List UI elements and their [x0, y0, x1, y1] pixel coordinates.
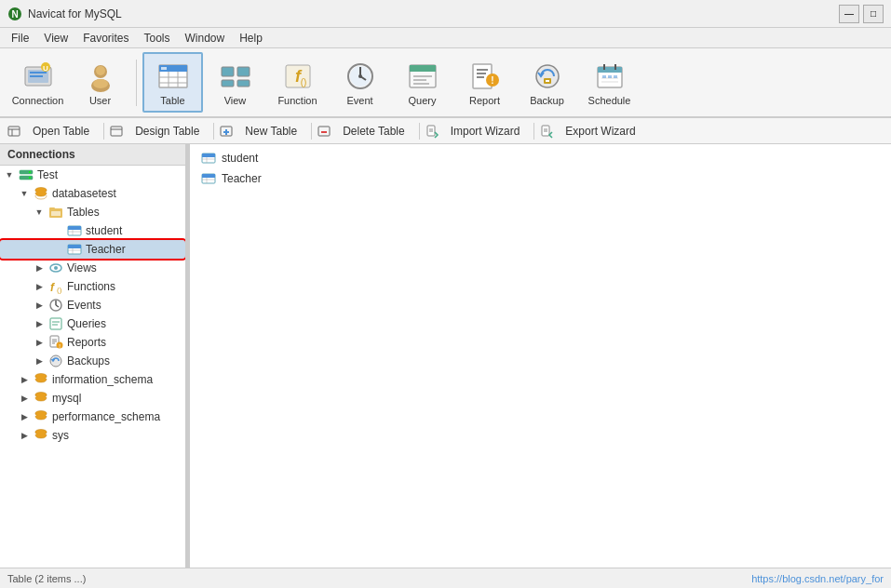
tree-item-mysql[interactable]: ▶ mysql [0, 389, 185, 408]
svg-rect-18 [161, 67, 167, 70]
schedule-label: Schedule [588, 95, 631, 106]
tree-item-test[interactable]: ▼ Test [0, 166, 185, 184]
tree-item-events[interactable]: ▶ Events [0, 296, 185, 314]
expand-perf-schema: ▶ [19, 411, 30, 422]
svg-text:(): () [300, 77, 306, 87]
mysql-label: mysql [52, 392, 81, 405]
toolbar-user[interactable]: User [70, 52, 130, 113]
tree-item-reports[interactable]: ▶ ! Reports [0, 333, 185, 352]
toolbar-backup[interactable]: Backup [517, 52, 577, 113]
tree-item-performance-schema[interactable]: ▶ performance_schema [0, 408, 185, 426]
tree-item-functions[interactable]: ▶ f () Functions [0, 277, 185, 296]
table-label: Table [160, 95, 184, 106]
toolbar-query[interactable]: Query [392, 52, 452, 113]
information-schema-label: information_schema [52, 373, 153, 386]
svg-text:!: ! [491, 75, 493, 86]
svg-rect-53 [614, 75, 617, 78]
sep-action-5 [533, 123, 534, 140]
export-wizard-button[interactable]: Export Wizard [557, 122, 643, 140]
new-table-icon [220, 125, 233, 138]
menu-item-window[interactable]: Window [178, 30, 233, 47]
tree-item-information-schema[interactable]: ▶ information_schema [0, 370, 185, 389]
sidebar-header: Connections [0, 144, 185, 166]
tree-item-queries[interactable]: ▶ Queries [0, 314, 185, 333]
menu-item-tools[interactable]: Tools [137, 30, 178, 47]
maximize-button[interactable]: □ [863, 5, 884, 23]
svg-point-10 [96, 66, 105, 75]
minimize-button[interactable]: — [839, 5, 859, 23]
import-wizard-button[interactable]: Import Wizard [442, 122, 529, 140]
window-controls: — □ [839, 5, 884, 23]
table-teacher-icon [67, 242, 82, 257]
svg-rect-76 [49, 207, 55, 210]
svg-point-11 [93, 79, 108, 88]
expand-backups: ▶ [34, 355, 45, 367]
teacher-label: Teacher [86, 243, 126, 256]
tree-item-student[interactable]: ▶ student [0, 221, 185, 240]
svg-rect-93 [50, 318, 61, 329]
export-wizard-icon [540, 125, 553, 138]
table-icon [156, 60, 190, 93]
design-table-button[interactable]: Design Table [127, 122, 208, 140]
student-label: student [86, 224, 122, 237]
events-label: Events [67, 299, 101, 312]
tree-item-databasetest[interactable]: ▼ databasetest [0, 184, 185, 203]
toolbar-schedule[interactable]: Schedule [579, 52, 640, 113]
svg-point-102 [50, 355, 61, 367]
toolbar-table[interactable]: Table [142, 52, 203, 113]
menu-item-favorites[interactable]: Favorites [75, 30, 136, 47]
new-table-button[interactable]: New Table [236, 122, 305, 140]
user-icon [84, 60, 117, 93]
tree-item-views[interactable]: ▶ Views [0, 259, 185, 277]
tree-item-tables[interactable]: ▼ Tables [0, 203, 185, 221]
toolbar-connection[interactable]: U Connection [7, 52, 68, 113]
menu-item-help[interactable]: Help [232, 30, 270, 47]
design-table-icon [110, 125, 123, 138]
content-table-student-icon [201, 151, 216, 166]
svg-point-73 [29, 177, 31, 179]
open-table-button[interactable]: Open Table [24, 122, 98, 140]
toolbar-report[interactable]: ! Report [454, 52, 515, 113]
query-label: Query [409, 95, 437, 106]
report-label: Report [469, 95, 500, 106]
menu-item-file[interactable]: File [4, 30, 36, 47]
reports-icon: ! [48, 335, 63, 350]
sep-action-3 [311, 123, 312, 140]
query-icon [406, 60, 439, 93]
toolbar-function[interactable]: f () Function [267, 52, 328, 113]
title-bar: N Navicat for MySQL — □ [0, 0, 891, 28]
functions-label: Functions [67, 280, 115, 293]
toolbar-event[interactable]: Event [330, 52, 390, 113]
tree-item-sys[interactable]: ▶ sys [0, 426, 185, 445]
main-layout: Connections ▼ Test ▼ databasetest [0, 144, 891, 568]
svg-rect-44 [546, 80, 549, 82]
svg-rect-108 [202, 154, 215, 157]
connection-icon: U [21, 60, 55, 93]
backup-icon [531, 60, 564, 93]
svg-line-92 [56, 305, 59, 307]
svg-rect-46 [598, 67, 622, 73]
content-teacher-label: Teacher [222, 172, 262, 185]
expand-test: ▼ [4, 169, 15, 180]
svg-rect-83 [68, 245, 81, 248]
expand-queries: ▶ [34, 318, 45, 329]
backups-icon [48, 354, 63, 368]
tree-item-teacher[interactable]: ▶ Teacher [0, 240, 185, 259]
content-item-teacher[interactable]: Teacher [194, 168, 887, 189]
svg-rect-32 [410, 65, 436, 72]
svg-rect-112 [202, 174, 215, 178]
svg-text:f: f [50, 281, 55, 294]
tree-item-backups[interactable]: ▶ Backups [0, 352, 185, 370]
menu-item-view[interactable]: View [36, 30, 75, 47]
test-label: Test [37, 168, 58, 181]
views-icon [48, 261, 63, 275]
function-icon: f () [281, 60, 315, 93]
delete-table-button[interactable]: Delete Table [334, 122, 413, 140]
expand-views: ▶ [34, 262, 45, 274]
expand-sys: ▶ [19, 430, 30, 441]
svg-rect-77 [51, 211, 61, 216]
expand-tables: ▼ [34, 207, 45, 218]
queries-icon [48, 316, 63, 331]
content-item-student[interactable]: student [194, 148, 887, 168]
toolbar-view[interactable]: View [205, 52, 265, 113]
